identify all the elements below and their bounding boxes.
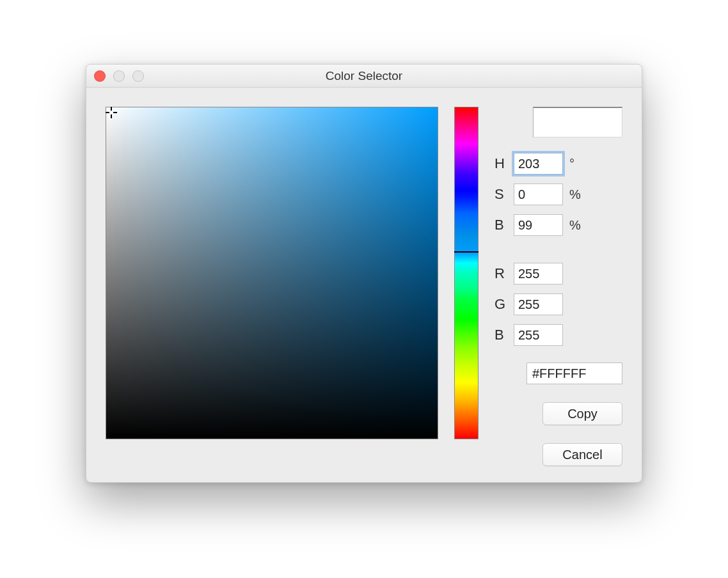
green-input[interactable]: [514, 293, 563, 315]
green-row: G: [495, 293, 622, 315]
blue-row: B: [495, 324, 622, 346]
hue-row: H °: [495, 153, 622, 175]
red-input[interactable]: [514, 263, 563, 285]
saturation-label: S: [495, 186, 507, 203]
green-label: G: [495, 296, 507, 313]
brightness-label: B: [495, 217, 507, 233]
traffic-lights: [94, 70, 144, 82]
red-row: R: [495, 263, 622, 285]
titlebar[interactable]: Color Selector: [86, 65, 642, 88]
percent-unit: %: [569, 187, 581, 202]
maximize-icon: [132, 70, 144, 82]
cancel-button[interactable]: Cancel: [542, 443, 622, 466]
hue-strip[interactable]: [454, 107, 479, 439]
hue-input[interactable]: [514, 153, 563, 175]
hue-indicator-icon: [454, 251, 479, 253]
saturation-brightness-area[interactable]: [106, 107, 438, 439]
degree-unit: °: [569, 157, 574, 171]
red-label: R: [495, 265, 507, 282]
window-title: Color Selector: [326, 69, 402, 83]
close-icon[interactable]: [94, 70, 106, 82]
sv-crosshair-icon: [106, 107, 117, 118]
color-selector-window: Color Selector H ° S %: [86, 64, 642, 483]
saturation-row: S %: [495, 184, 622, 205]
saturation-input[interactable]: [514, 184, 563, 205]
blue-label: B: [495, 327, 507, 343]
hex-input[interactable]: [526, 363, 622, 384]
minimize-icon: [113, 70, 125, 82]
brightness-input[interactable]: [514, 214, 563, 236]
controls-panel: H ° S % B % R G: [495, 107, 622, 466]
brightness-row: B %: [495, 214, 622, 236]
copy-button[interactable]: Copy: [542, 402, 622, 425]
hue-label: H: [495, 155, 507, 172]
color-swatch: [533, 107, 622, 137]
blue-input[interactable]: [514, 324, 563, 346]
window-body: H ° S % B % R G: [86, 88, 642, 482]
percent-unit-2: %: [569, 218, 581, 233]
